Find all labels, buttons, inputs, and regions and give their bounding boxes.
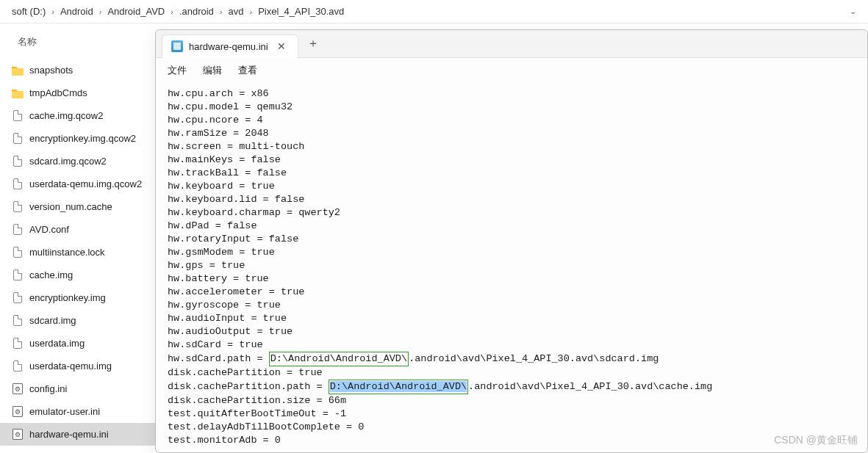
- file-name-label: sdcard.img.qcow2: [29, 156, 107, 167]
- chevron-right-icon: ›: [99, 7, 102, 16]
- folder-icon: [12, 87, 24, 99]
- crumb-4[interactable]: avd: [229, 6, 244, 17]
- chevron-down-icon[interactable]: ⌄: [850, 7, 856, 16]
- chevron-right-icon: ›: [250, 7, 253, 16]
- file-name-label: cache.img.qcow2: [29, 110, 103, 121]
- crumb-0[interactable]: soft (D:): [12, 6, 46, 17]
- crumb-5[interactable]: Pixel_4_API_30.avd: [258, 6, 344, 17]
- file-item[interactable]: userdata-qemu.img: [0, 355, 155, 377]
- file-icon: [12, 133, 24, 145]
- tab-title: hardware-qemu.ini: [189, 41, 268, 52]
- file-item[interactable]: ⚙hardware-qemu.ini: [0, 423, 155, 446]
- settings-file-icon: ⚙: [12, 406, 24, 418]
- file-item[interactable]: multiinstance.lock: [0, 241, 155, 264]
- folder-icon: [12, 65, 24, 76]
- crumb-1[interactable]: Android: [60, 6, 93, 17]
- file-name-label: sdcard.img: [29, 315, 76, 326]
- file-icon: [12, 201, 24, 213]
- file-icon: [12, 315, 24, 327]
- file-icon: [12, 338, 24, 349]
- file-item[interactable]: encryptionkey.img.qcow2: [0, 127, 155, 150]
- svg-rect-1: [12, 91, 24, 98]
- file-icon: [12, 269, 24, 281]
- settings-file-icon: ⚙: [12, 429, 24, 441]
- file-icon: [12, 224, 24, 236]
- tab-hardware-qemu[interactable]: hardware-qemu.ini ✕: [162, 35, 298, 58]
- file-list-pane: 名称 snapshotstmpAdbCmdscache.img.qcow2enc…: [0, 23, 155, 453]
- watermark-text: CSDN @黄金旺铺: [774, 434, 858, 447]
- menu-bar: 文件 编辑 查看: [156, 58, 867, 84]
- menu-view[interactable]: 查看: [238, 64, 257, 77]
- file-name-label: tmpAdbCmds: [29, 87, 87, 98]
- editor-content[interactable]: hw.cpu.arch = x86 hw.cpu.model = qemu32 …: [156, 84, 867, 452]
- svg-rect-0: [12, 68, 24, 76]
- file-item[interactable]: userdata.img: [0, 332, 155, 355]
- file-icon: [12, 156, 24, 167]
- file-item[interactable]: sdcard.img.qcow2: [0, 150, 155, 173]
- file-name-label: encryptionkey.img: [29, 292, 106, 303]
- menu-edit[interactable]: 编辑: [203, 64, 222, 77]
- notepad-icon: [171, 40, 183, 52]
- file-item[interactable]: cache.img: [0, 264, 155, 286]
- tab-bar: hardware-qemu.ini ✕ ＋: [156, 30, 867, 58]
- close-icon[interactable]: ✕: [274, 40, 289, 52]
- file-name-label: cache.img: [29, 269, 73, 280]
- chevron-right-icon: ›: [171, 7, 173, 16]
- crumb-3[interactable]: .android: [179, 6, 214, 17]
- chevron-right-icon: ›: [51, 7, 54, 16]
- file-name-label: AVD.conf: [29, 224, 69, 235]
- file-name-label: config.ini: [29, 383, 67, 394]
- file-item[interactable]: tmpAdbCmds: [0, 81, 155, 104]
- file-name-label: version_num.cache: [29, 201, 112, 212]
- file-item[interactable]: AVD.conf: [0, 218, 155, 241]
- column-header-name[interactable]: 名称: [0, 29, 155, 59]
- file-name-label: emulator-user.ini: [29, 406, 100, 417]
- breadcrumb[interactable]: soft (D:) › Android › Android_AVD › .and…: [0, 0, 868, 23]
- file-icon: [12, 247, 24, 258]
- file-item[interactable]: version_num.cache: [0, 195, 155, 218]
- file-item[interactable]: encryptionkey.img: [0, 286, 155, 309]
- new-tab-button[interactable]: ＋: [301, 32, 325, 56]
- file-name-label: hardware-qemu.ini: [29, 429, 109, 440]
- file-name-label: userdata-qemu.img: [29, 360, 112, 372]
- file-item[interactable]: userdata-qemu.img.qcow2: [0, 173, 155, 195]
- file-icon: [12, 178, 24, 190]
- file-icon: [12, 110, 24, 122]
- file-item[interactable]: sdcard.img: [0, 309, 155, 332]
- file-icon: [12, 292, 24, 304]
- file-name-label: userdata-qemu.img.qcow2: [29, 178, 142, 189]
- file-name-label: snapshots: [29, 65, 73, 76]
- editor-window: hardware-qemu.ini ✕ ＋ 文件 编辑 查看 hw.cpu.ar…: [155, 29, 868, 453]
- file-name-label: encryptionkey.img.qcow2: [29, 133, 136, 144]
- file-item[interactable]: ⚙emulator-user.ini: [0, 400, 155, 423]
- file-icon: [12, 360, 24, 372]
- file-item[interactable]: cache.img.qcow2: [0, 104, 155, 127]
- file-item[interactable]: snapshots: [0, 59, 155, 81]
- file-name-label: userdata.img: [29, 338, 85, 349]
- chevron-right-icon: ›: [220, 7, 223, 16]
- settings-file-icon: ⚙: [12, 383, 24, 395]
- file-name-label: multiinstance.lock: [29, 247, 105, 258]
- crumb-2[interactable]: Android_AVD: [107, 6, 165, 17]
- file-item[interactable]: ⚙config.ini: [0, 377, 155, 400]
- menu-file[interactable]: 文件: [168, 64, 187, 77]
